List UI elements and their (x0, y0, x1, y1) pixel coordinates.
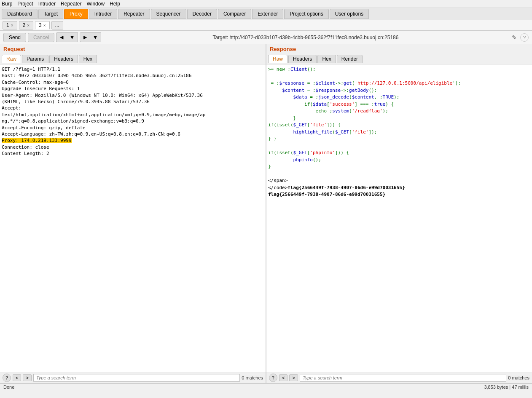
response-search-help-icon[interactable]: ? (269, 374, 277, 382)
statusbar: Done 3,853 bytes | 47 millis (0, 383, 532, 390)
tab-project-options[interactable]: Project options (284, 9, 328, 19)
request-header: Request (0, 44, 266, 54)
menu-bar: Burp Project Intruder Repeater Window He… (0, 0, 532, 8)
repeater-tab-1[interactable]: 1 × (3, 21, 17, 29)
prev-button[interactable]: ◀ (56, 32, 67, 42)
request-tab-headers[interactable]: Headers (49, 55, 78, 63)
response-text: >= new ;Client(); = ;$response = ;$clien… (268, 66, 530, 198)
main-tabbar: Dashboard Target Proxy Intruder Repeater… (0, 8, 532, 20)
response-panel: Response Raw Headers Hex Render >= new ;… (266, 44, 532, 383)
tab-repeater[interactable]: Repeater (118, 9, 150, 19)
request-subtabs: Raw Params Headers Hex (0, 54, 266, 64)
response-search-input[interactable] (300, 374, 506, 382)
tab-extender[interactable]: Extender (252, 9, 283, 19)
send-button[interactable]: Send (3, 33, 26, 42)
status-left: Done (3, 385, 14, 390)
request-tab-hex[interactable]: Hex (79, 55, 97, 63)
tab-intruder[interactable]: Intruder (89, 9, 117, 19)
tab-sequencer[interactable]: Sequencer (151, 9, 186, 19)
next-drop-button[interactable]: ▼ (90, 32, 101, 42)
response-content-area[interactable]: >= new ;Client(); = ;$response = ;$clien… (266, 64, 532, 372)
request-search-next[interactable]: > (23, 374, 31, 381)
response-search-next[interactable]: > (289, 374, 298, 381)
response-search-bar: ? < > 0 matches (266, 372, 532, 383)
repeater-tab-3[interactable]: 3 × (35, 21, 50, 29)
request-search-input[interactable] (33, 374, 240, 382)
response-tab-headers[interactable]: Headers (288, 55, 317, 63)
repeater-tab-1-close[interactable]: × (11, 23, 13, 28)
repeater-tab-3-label: 3 (39, 22, 42, 28)
help-button[interactable]: ? (520, 33, 529, 42)
response-tab-render[interactable]: Render (337, 55, 363, 63)
menu-intruder[interactable]: Intruder (38, 1, 56, 7)
target-url-value: http://4072-d033b107-d39b-4cbb-9655-362f… (229, 35, 398, 40)
request-match-count: 0 matches (242, 375, 263, 380)
tab-comparer[interactable]: Comparer (218, 9, 251, 19)
target-url-display: Target: http://4072-d033b107-d39b-4cbb-9… (103, 35, 508, 40)
target-label: Target: (212, 35, 228, 40)
tab-proxy[interactable]: Proxy (64, 9, 88, 19)
request-tab-raw[interactable]: Raw (2, 55, 21, 63)
prev-nav-group: ◀ ▼ (56, 32, 78, 42)
response-tab-hex[interactable]: Hex (317, 55, 336, 63)
repeater-tab-row: 1 × 2 × 3 × ... (0, 20, 532, 31)
response-header: Response (266, 44, 532, 54)
main-content: Request Raw Params Headers Hex GET /?fla… (0, 44, 532, 383)
tab-decoder[interactable]: Decoder (187, 9, 217, 19)
request-content-area[interactable]: GET /?flag=1 HTTP/1.1 Host: 4072-d033b10… (0, 64, 266, 372)
request-text: GET /?flag=1 HTTP/1.1 Host: 4072-d033b10… (2, 66, 264, 157)
response-tab-raw[interactable]: Raw (268, 55, 287, 63)
request-panel: Request Raw Params Headers Hex GET /?fla… (0, 44, 266, 383)
prev-drop-button[interactable]: ▼ (67, 32, 78, 42)
menu-project[interactable]: Project (17, 1, 33, 7)
response-match-count: 0 matches (508, 375, 529, 380)
menu-window[interactable]: Window (86, 1, 105, 7)
menu-repeater[interactable]: Repeater (61, 1, 81, 7)
request-search-prev[interactable]: < (13, 374, 21, 381)
repeater-tab-more[interactable]: ... (51, 21, 63, 29)
request-search-bar: ? < > 0 matches (0, 372, 266, 383)
status-right: 3,853 bytes | 47 millis (484, 385, 529, 390)
next-button[interactable]: ▶ (80, 32, 90, 42)
toolbar: Send Cancel ◀ ▼ ▶ ▼ Target: http://4072-… (0, 31, 532, 44)
tab-user-options[interactable]: User options (330, 9, 369, 19)
repeater-tab-2[interactable]: 2 × (19, 21, 34, 29)
repeater-tab-1-label: 1 (6, 22, 9, 28)
edit-target-button[interactable]: ✎ (510, 33, 519, 42)
response-search-prev[interactable]: < (279, 374, 287, 381)
next-nav-group: ▶ ▼ (80, 32, 101, 42)
menu-burp[interactable]: Burp (2, 1, 12, 7)
response-subtabs: Raw Headers Hex Render (266, 54, 532, 64)
repeater-tab-2-close[interactable]: × (27, 23, 30, 28)
tab-target[interactable]: Target (38, 9, 63, 19)
menu-help[interactable]: Help (110, 1, 120, 7)
request-search-help-icon[interactable]: ? (3, 374, 11, 382)
tab-dashboard[interactable]: Dashboard (2, 9, 38, 19)
repeater-tab-3-close[interactable]: × (43, 23, 46, 28)
request-tab-params[interactable]: Params (22, 55, 48, 63)
repeater-tab-2-label: 2 (23, 22, 26, 28)
cancel-button[interactable]: Cancel (28, 33, 54, 42)
